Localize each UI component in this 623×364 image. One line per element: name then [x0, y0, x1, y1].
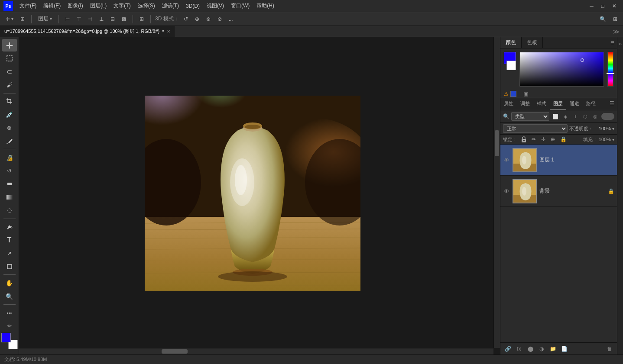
eyedropper-tool[interactable]: 💉 [2, 108, 17, 121]
crop-tool[interactable] [2, 95, 17, 108]
3d-pan-btn[interactable]: ⊕ [193, 15, 201, 23]
move-tool[interactable] [2, 39, 17, 52]
menu-window[interactable]: 窗口(W) [228, 1, 253, 10]
swatches-tab[interactable]: 色板 [522, 37, 543, 48]
align-center-btn[interactable]: ⊤ [75, 15, 83, 23]
layers-tab[interactable]: 图层 [550, 98, 566, 110]
align-middle-btn[interactable]: ⊟ [108, 15, 117, 23]
lock-artboard-btn[interactable]: ✛ [540, 136, 547, 143]
styles-tab[interactable]: 样式 [533, 98, 550, 110]
color-hue-bar[interactable] [607, 52, 613, 87]
history-brush-tool[interactable]: ↺ [2, 164, 17, 177]
quick-select-tool[interactable]: 🖌 [2, 78, 17, 91]
align-top-btn[interactable]: ⊥ [97, 15, 106, 23]
color-gradient-box[interactable] [519, 52, 604, 87]
delete-layer-btn[interactable]: 🗑 [605, 344, 614, 354]
search-btn[interactable]: 🔍 [597, 15, 608, 23]
new-group-btn[interactable]: 📁 [548, 344, 558, 354]
layers-panel-menu-btn[interactable]: ☰ [607, 98, 617, 110]
3d-more-btn[interactable]: ... [227, 15, 235, 23]
gradient-tool[interactable] [2, 191, 17, 203]
menu-text[interactable]: 文字(T) [110, 1, 133, 10]
canvas-scrollbar-horizontal[interactable] [19, 348, 493, 354]
align-bottom-btn[interactable]: ⊠ [120, 15, 128, 23]
add-mask-btn[interactable]: ⬤ [526, 344, 535, 354]
layer-filter-select[interactable]: 类型 [511, 112, 549, 121]
menu-edit[interactable]: 编辑(E) [40, 1, 64, 10]
menu-image[interactable]: 图像(I) [65, 1, 86, 10]
tab-close-btn[interactable]: ✕ [167, 29, 170, 34]
move-tool-btn[interactable]: ✛ ▾ [3, 15, 16, 23]
menu-filter[interactable]: 滤镜(T) [159, 1, 182, 10]
menu-layer[interactable]: 图层(L) [87, 1, 110, 10]
hand-tool[interactable]: ✋ [2, 277, 17, 289]
paths-tab[interactable]: 路径 [583, 98, 599, 110]
clone-stamp-tool[interactable]: 🔏 [2, 151, 17, 164]
filter-adjust-btn[interactable]: ◈ [561, 112, 570, 121]
distribute-btn[interactable]: ⊞ [137, 15, 146, 23]
text-tool[interactable]: T [2, 234, 17, 246]
move-dropdown[interactable]: ▾ [11, 16, 13, 21]
path-selection-tool[interactable]: ↗ [2, 247, 17, 260]
shape-tool[interactable] [2, 260, 17, 273]
lock-move-btn[interactable]: ⊕ [549, 136, 556, 143]
window-maximize[interactable]: □ [598, 2, 607, 10]
lock-all-btn[interactable]: 🔒 [559, 136, 568, 143]
rectangular-marquee-tool[interactable] [2, 52, 17, 64]
scroll-thumb-horizontal[interactable] [162, 349, 188, 354]
add-style-btn[interactable]: fx [514, 344, 524, 354]
canvas-area[interactable] [19, 37, 500, 354]
align-right-btn[interactable]: ⊣ [86, 15, 94, 23]
pen-tool[interactable] [2, 221, 17, 233]
layer-visibility-btn[interactable]: 👁 [503, 188, 510, 195]
lasso-tool[interactable]: ⊂ [2, 65, 17, 78]
scroll-thumb-vertical[interactable] [495, 130, 499, 156]
arrange-btn[interactable]: ⊞ [611, 15, 620, 23]
3d-zoom-btn[interactable]: ⊘ [215, 15, 224, 23]
menu-file[interactable]: 文件(F) [16, 1, 39, 10]
menu-view[interactable]: 视图(V) [204, 1, 227, 10]
3d-walk-btn[interactable]: ⊗ [204, 15, 213, 23]
adjustments-tab[interactable]: 调整 [517, 98, 533, 110]
filter-toggle[interactable] [601, 113, 614, 120]
properties-tab[interactable]: 属性 [500, 98, 517, 110]
3d-orbit-btn[interactable]: ↺ [182, 15, 190, 23]
layer-item[interactable]: 👁 背景 🔒 [500, 176, 617, 207]
foreground-color-box[interactable] [1, 333, 11, 342]
filter-smart-btn[interactable]: ◎ [591, 112, 600, 121]
new-layer-btn[interactable]: 📄 [559, 344, 569, 354]
fill-dropdown[interactable]: ▾ [612, 137, 614, 142]
link-layers-btn[interactable]: 🔗 [503, 344, 513, 354]
eraser-tool[interactable] [2, 177, 17, 190]
filter-shape-btn[interactable]: ⬡ [581, 112, 590, 121]
layer-btn[interactable]: 图层 ▾ [36, 14, 54, 23]
window-minimize[interactable]: ─ [587, 2, 597, 10]
add-adjustment-btn[interactable]: ◑ [537, 344, 546, 354]
collapse-panels-btn[interactable]: ≫ [610, 28, 623, 35]
doc-tab[interactable]: u=1789964555,1141562769&fm=26&gp=0.jpg @… [0, 26, 175, 37]
collapse-panels-btn[interactable]: ‹‹ [617, 37, 623, 354]
filter-pixel-btn[interactable]: ⬜ [551, 112, 560, 121]
menu-3d[interactable]: 3D(D) [183, 2, 203, 10]
layer-item[interactable]: 👁 图层 1 [500, 145, 617, 176]
warning-swatch[interactable] [510, 91, 516, 97]
lock-transparent-btn[interactable] [520, 136, 528, 143]
edit-toolbar[interactable]: ✏ [2, 320, 17, 332]
align-left-btn[interactable]: ⊢ [63, 15, 72, 23]
dodge-tool[interactable]: ◌ [2, 204, 17, 216]
canvas-scrollbar-vertical[interactable] [493, 37, 500, 348]
blend-mode-select[interactable]: 正常 [503, 124, 568, 133]
extra-tools[interactable]: ••• [2, 306, 17, 319]
menu-select[interactable]: 选择(S) [135, 1, 158, 10]
brush-tool[interactable] [2, 135, 17, 147]
healing-brush-tool[interactable]: ⊛ [2, 122, 17, 134]
window-close[interactable]: ✕ [609, 2, 620, 10]
auto-select-btn[interactable]: ⊞ [18, 15, 27, 23]
zoom-tool[interactable]: 🔍 [2, 290, 17, 303]
filter-type-btn[interactable]: T [571, 112, 580, 121]
background-swatch[interactable] [506, 61, 516, 70]
lock-image-btn[interactable]: ✏ [530, 136, 537, 143]
color-tab[interactable]: 颜色 [500, 37, 522, 48]
opacity-dropdown[interactable]: ▾ [612, 126, 614, 131]
layer-visibility-btn[interactable]: 👁 [503, 157, 510, 164]
